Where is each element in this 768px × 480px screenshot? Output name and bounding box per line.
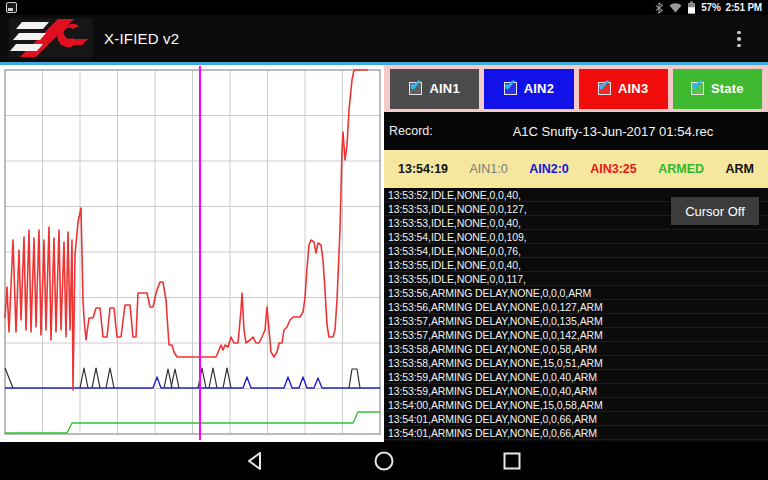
channel-toggle-bar: ✔AIN1✔AIN2✔AIN3✔State [384, 65, 768, 112]
nav-back-button[interactable] [244, 450, 268, 472]
readout-time: 13:54:19 [398, 162, 448, 176]
battery-icon [687, 1, 696, 14]
side-panel: ✔AIN1✔AIN2✔AIN3✔State Record: A1C Snuffy… [384, 65, 768, 442]
readout-ain3: AIN3:25 [590, 162, 637, 176]
checkbox-checked-icon: ✔ [409, 82, 422, 95]
log-row[interactable]: 13:54:00,ARMING DELAY,NONE,15,0,58,ARM [384, 398, 768, 412]
xe-logo [8, 17, 94, 59]
cursor-readout-row: 13:54:19 AIN1:0 AIN2:0 AIN3:25 ARMED ARM [384, 150, 768, 188]
app-title: X-IFIED v2 [104, 15, 179, 62]
log-row[interactable]: 13:54:01,ARMING DELAY,NONE,0,0,66,ARM [384, 412, 768, 426]
chart-panel [0, 65, 384, 442]
log-row[interactable]: 13:53:59,ARMING DELAY,NONE,0,0,40,ARM [384, 384, 768, 398]
battery-percent: 57% [701, 2, 720, 13]
app-screen: 57% 2:51 PM X-IFIED v2 ✔AIN1✔AIN2✔AIN3✔S… [0, 0, 768, 480]
screenshot-notification-icon [6, 2, 17, 13]
android-nav-bar [0, 442, 768, 480]
channel-toggle-ain2[interactable]: ✔AIN2 [484, 69, 573, 109]
log-list[interactable]: Cursor Off 13:53:52,IDLE,NONE,0,0,40,13:… [384, 188, 768, 442]
nav-home-button[interactable] [372, 450, 396, 472]
readout-ain1: AIN1:0 [470, 162, 508, 176]
record-filename[interactable]: A1C Snuffy-13-Jun-2017 01:54.rec [472, 124, 768, 139]
log-row[interactable]: 13:54:01,ARMING DELAY,NONE,0,0,66,ARM [384, 426, 768, 440]
channel-label: State [711, 81, 744, 96]
nav-recents-button[interactable] [500, 450, 524, 472]
channel-toggle-state[interactable]: ✔State [673, 69, 762, 109]
wifi-icon [669, 2, 682, 13]
android-status-bar: 57% 2:51 PM [0, 0, 768, 15]
readout-state: ARM [726, 162, 754, 176]
bluetooth-icon [654, 2, 664, 14]
channel-label: AIN2 [524, 81, 554, 96]
channel-label: AIN3 [618, 81, 648, 96]
log-row[interactable]: 13:53:59,ARMING DELAY,NONE,0,0,40,ARM [384, 370, 768, 384]
log-row[interactable]: 13:53:58,ARMING DELAY,NONE,15,0,51,ARM [384, 356, 768, 370]
log-row[interactable]: 13:53:57,ARMING DELAY,NONE,0,0,142,ARM [384, 328, 768, 342]
log-row[interactable]: 13:53:55,IDLE,NONE,0,0,117, [384, 272, 768, 286]
log-row[interactable]: 13:53:55,IDLE,NONE,0,0,40, [384, 258, 768, 272]
log-row[interactable]: 13:53:54,IDLE,NONE,0,0,109, [384, 230, 768, 244]
record-row: Record: A1C Snuffy-13-Jun-2017 01:54.rec [384, 112, 768, 150]
checkbox-checked-icon: ✔ [504, 82, 517, 95]
channel-label: AIN1 [429, 81, 459, 96]
log-row[interactable]: 13:53:58,ARMING DELAY,NONE,0,0,58,ARM [384, 342, 768, 356]
readout-armed: ARMED [658, 162, 704, 176]
channel-toggle-ain3[interactable]: ✔AIN3 [579, 69, 668, 109]
log-row[interactable]: 13:53:56,ARMING DELAY,NONE,0,0,127,ARM [384, 300, 768, 314]
channel-toggle-ain1[interactable]: ✔AIN1 [390, 69, 479, 109]
log-row[interactable]: 13:53:56,ARMING DELAY,NONE,0,0,0,ARM [384, 286, 768, 300]
overflow-menu-button[interactable] [728, 24, 750, 54]
checkbox-checked-icon: ✔ [691, 82, 704, 95]
record-label: Record: [384, 124, 472, 138]
app-bar: X-IFIED v2 [0, 15, 768, 62]
log-row[interactable]: 13:53:54,IDLE,NONE,0,0,76, [384, 244, 768, 258]
readout-ain2: AIN2:0 [529, 162, 569, 176]
clock: 2:51 PM [726, 2, 762, 13]
cursor-off-button[interactable]: Cursor Off [671, 197, 759, 225]
checkbox-checked-icon: ✔ [598, 82, 611, 95]
log-row[interactable]: 13:53:57,ARMING DELAY,NONE,0,0,135,ARM [384, 314, 768, 328]
chart-canvas[interactable] [0, 65, 384, 442]
